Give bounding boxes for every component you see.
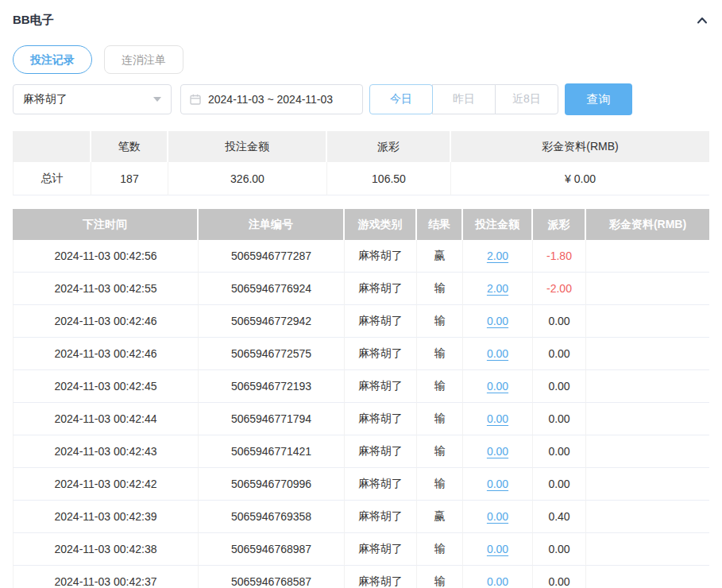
result-cell: 输 bbox=[417, 403, 463, 435]
tab-label: 连消注单 bbox=[122, 53, 166, 66]
date-range-value: 2024-11-03 ~ 2024-11-03 bbox=[208, 93, 333, 106]
table-row: 2024-11-03 00:42:435065946771421麻将胡了输0.0… bbox=[13, 435, 709, 468]
jackpot-cell bbox=[586, 403, 709, 435]
summary-payout-value: 106.50 bbox=[327, 162, 451, 195]
bet-amount-link[interactable]: 0.00 bbox=[487, 347, 508, 360]
game-type-cell: 麻将胡了 bbox=[345, 435, 417, 468]
bet-amount-link[interactable]: 0.00 bbox=[487, 412, 508, 425]
bet-amount-link[interactable]: 2.00 bbox=[487, 250, 508, 262]
summary-jackpot-value: ¥ 0.00 bbox=[451, 162, 709, 195]
summary-total-row: 总计 187 326.00 106.50 ¥ 0.00 bbox=[13, 162, 709, 195]
bet-amount-link[interactable]: 0.00 bbox=[487, 478, 508, 490]
bets-header-time: 下注时间 bbox=[13, 209, 199, 240]
table-row: 2024-11-03 00:42:565065946777287麻将胡了赢2.0… bbox=[13, 240, 709, 273]
bets-table-body: 2024-11-03 00:42:565065946777287麻将胡了赢2.0… bbox=[13, 240, 709, 588]
game-type-cell: 麻将胡了 bbox=[345, 240, 417, 273]
payout-cell: -2.00 bbox=[533, 273, 586, 305]
payout-cell: 0.40 bbox=[533, 501, 586, 533]
order-no-cell: 5065946769358 bbox=[199, 501, 345, 533]
bet-time-cell: 2024-11-03 00:42:46 bbox=[13, 338, 199, 370]
payout-cell: -1.80 bbox=[533, 240, 586, 273]
payout-cell: 0.00 bbox=[533, 533, 586, 566]
result-cell: 输 bbox=[417, 305, 463, 338]
bet-amount-link[interactable]: 0.00 bbox=[487, 380, 508, 393]
summary-header-empty bbox=[13, 131, 91, 162]
bet-amount-cell: 0.00 bbox=[463, 468, 533, 501]
quick-date-button-group: 今日 昨日 近8日 bbox=[369, 84, 558, 114]
today-button[interactable]: 今日 bbox=[369, 84, 433, 114]
table-row: 2024-11-03 00:42:445065946771794麻将胡了输0.0… bbox=[13, 403, 709, 435]
game-select-value: 麻将胡了 bbox=[23, 92, 68, 106]
order-no-cell: 5065946772575 bbox=[199, 338, 345, 370]
bets-table: 下注时间 注单编号 游戏类别 结果 投注金额 派彩 彩金资料(RMB) 2024… bbox=[13, 209, 709, 588]
game-type-cell: 麻将胡了 bbox=[345, 533, 417, 566]
jackpot-cell bbox=[586, 338, 709, 370]
table-row: 2024-11-03 00:42:385065946768987麻将胡了输0.0… bbox=[13, 533, 709, 566]
order-no-cell: 5065946777287 bbox=[199, 240, 345, 273]
tab-bet-records[interactable]: 投注记录 bbox=[13, 45, 92, 74]
payout-cell: 0.00 bbox=[533, 370, 586, 403]
bets-header-game-type: 游戏类别 bbox=[345, 209, 417, 240]
order-no-cell: 5065946770996 bbox=[199, 468, 345, 501]
chevron-up-icon bbox=[696, 14, 708, 27]
bet-amount-link[interactable]: 0.00 bbox=[487, 445, 508, 458]
bet-amount-link[interactable]: 0.00 bbox=[487, 510, 508, 523]
jackpot-cell bbox=[586, 468, 709, 501]
bet-amount-cell: 0.00 bbox=[463, 338, 533, 370]
page: BB电子 投注记录 连消注单 麻将胡了 bbox=[0, 0, 722, 588]
order-no-cell: 5065946776924 bbox=[199, 273, 345, 305]
game-type-cell: 麻将胡了 bbox=[345, 566, 417, 588]
result-cell: 赢 bbox=[417, 501, 463, 533]
jackpot-cell bbox=[586, 435, 709, 468]
order-no-cell: 5065946771794 bbox=[199, 403, 345, 435]
bet-time-cell: 2024-11-03 00:42:42 bbox=[13, 468, 199, 501]
filter-bar: 麻将胡了 2024-11-03 ~ 2024-11-03 今日 昨日 近8日 查… bbox=[13, 83, 709, 115]
bet-amount-link[interactable]: 0.00 bbox=[487, 575, 508, 588]
bet-amount-link[interactable]: 2.00 bbox=[487, 282, 508, 295]
table-row: 2024-11-03 00:42:465065946772942麻将胡了输0.0… bbox=[13, 305, 709, 338]
game-select[interactable]: 麻将胡了 bbox=[13, 84, 172, 114]
bet-amount-cell: 2.00 bbox=[463, 273, 533, 305]
order-no-cell: 5065946772193 bbox=[199, 370, 345, 403]
collapse-panel-button[interactable] bbox=[695, 14, 709, 28]
result-cell: 输 bbox=[417, 468, 463, 501]
summary-header-row: 笔数 投注金额 派彩 彩金资料(RMB) bbox=[13, 131, 709, 162]
bet-amount-cell: 0.00 bbox=[463, 566, 533, 588]
table-row: 2024-11-03 00:42:395065946769358麻将胡了赢0.0… bbox=[13, 501, 709, 533]
bet-amount-cell: 0.00 bbox=[463, 533, 533, 566]
date-range-picker[interactable]: 2024-11-03 ~ 2024-11-03 bbox=[180, 84, 363, 114]
table-row: 2024-11-03 00:42:555065946776924麻将胡了输2.0… bbox=[13, 273, 709, 305]
bets-header-result: 结果 bbox=[417, 209, 463, 240]
tab-cancelled-orders[interactable]: 连消注单 bbox=[104, 45, 183, 74]
payout-cell: 0.00 bbox=[533, 305, 586, 338]
jackpot-cell bbox=[586, 240, 709, 273]
game-type-cell: 麻将胡了 bbox=[345, 403, 417, 435]
result-cell: 输 bbox=[417, 566, 463, 588]
game-type-cell: 麻将胡了 bbox=[345, 501, 417, 533]
summary-header-bet-amount: 投注金额 bbox=[168, 131, 327, 162]
payout-cell: 0.00 bbox=[533, 566, 586, 588]
summary-header-payout: 派彩 bbox=[327, 131, 451, 162]
bet-amount-link[interactable]: 0.00 bbox=[487, 315, 508, 327]
query-button[interactable]: 查询 bbox=[565, 83, 632, 115]
bet-time-cell: 2024-11-03 00:42:38 bbox=[13, 533, 199, 566]
bet-amount-cell: 0.00 bbox=[463, 305, 533, 338]
bet-amount-link[interactable]: 0.00 bbox=[487, 543, 508, 555]
caret-down-icon bbox=[153, 97, 161, 102]
order-no-cell: 5065946771421 bbox=[199, 435, 345, 468]
result-cell: 赢 bbox=[417, 240, 463, 273]
order-no-cell: 5065946772942 bbox=[199, 305, 345, 338]
last-8-days-button[interactable]: 近8日 bbox=[495, 84, 558, 114]
bet-amount-cell: 0.00 bbox=[463, 435, 533, 468]
bet-time-cell: 2024-11-03 00:42:45 bbox=[13, 370, 199, 403]
payout-cell: 0.00 bbox=[533, 435, 586, 468]
result-cell: 输 bbox=[417, 435, 463, 468]
yesterday-button[interactable]: 昨日 bbox=[432, 84, 496, 114]
bets-header-order-no: 注单编号 bbox=[199, 209, 345, 240]
result-cell: 输 bbox=[417, 338, 463, 370]
result-cell: 输 bbox=[417, 273, 463, 305]
bets-header-bet-amount: 投注金额 bbox=[463, 209, 533, 240]
summary-count-value: 187 bbox=[91, 162, 168, 195]
bets-header-payout: 派彩 bbox=[533, 209, 586, 240]
bet-amount-cell: 0.00 bbox=[463, 370, 533, 403]
